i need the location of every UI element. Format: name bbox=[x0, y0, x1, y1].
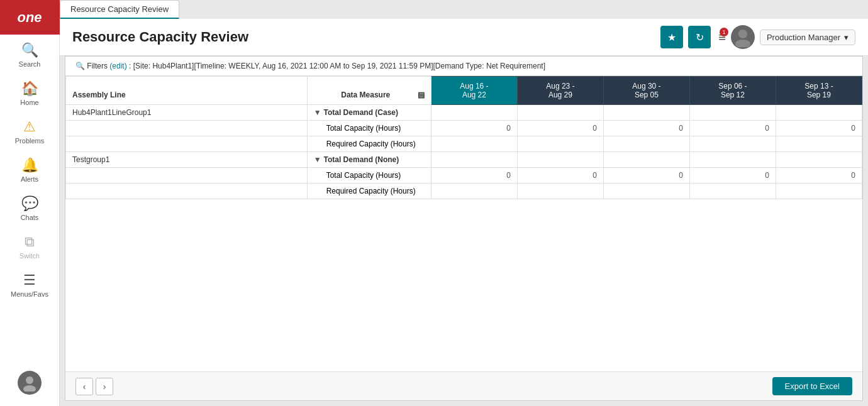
footer: ‹ › Export to Excel bbox=[65, 371, 862, 400]
week-cell bbox=[776, 152, 862, 168]
prev-icon: ‹ bbox=[83, 381, 86, 392]
menu-button[interactable]: ≡ 1 bbox=[718, 30, 726, 45]
sub-row-label: Total Capacity (Hours) bbox=[307, 168, 431, 184]
sidebar-item-switch[interactable]: ⧉ Switch bbox=[0, 226, 59, 265]
sidebar-item-home[interactable]: 🏠 Home bbox=[0, 73, 59, 111]
sidebar-item-chats[interactable]: 💬 Chats bbox=[0, 188, 59, 226]
sidebar-label-alerts: Alerts bbox=[21, 175, 38, 183]
col-header-data-measure: Data Measure ▤ bbox=[307, 77, 431, 105]
sidebar-item-menus[interactable]: ☰ Menus/Favs bbox=[0, 265, 59, 303]
value-cell bbox=[517, 136, 603, 152]
filters-edit-link[interactable]: (edit) bbox=[109, 62, 126, 70]
week-cell bbox=[517, 105, 603, 121]
filters-label: Filters bbox=[87, 62, 108, 70]
menu-badge: 1 bbox=[720, 28, 728, 36]
week-cell bbox=[517, 152, 603, 168]
column-resize-handle[interactable]: ▤ bbox=[418, 91, 425, 99]
search-icon: 🔍 bbox=[21, 42, 38, 58]
sidebar-label-menus: Menus/Favs bbox=[11, 290, 48, 298]
value-cell: 0 bbox=[689, 168, 776, 184]
favorite-button[interactable]: ★ bbox=[660, 26, 683, 48]
demand-label-cell: ▼Total Demand (None) bbox=[307, 152, 431, 168]
value-cell bbox=[431, 136, 517, 152]
export-button[interactable]: Export to Excel bbox=[772, 377, 852, 395]
tab-bar: Resource Capacity Review bbox=[60, 0, 868, 19]
main-area: Resource Capacity Review Resource Capaci… bbox=[60, 0, 868, 406]
app-logo[interactable]: one bbox=[0, 0, 60, 35]
problems-icon: ⚠ bbox=[23, 119, 36, 135]
sub-row-label: Required Capacity (Hours) bbox=[307, 184, 431, 199]
sub-row-label: Total Capacity (Hours) bbox=[307, 121, 431, 136]
user-dropdown[interactable]: Production Manager ▾ bbox=[760, 30, 855, 45]
switch-icon: ⧉ bbox=[25, 234, 35, 250]
table-container: Assembly Line Data Measure ▤ Aug 16 -Aug… bbox=[65, 76, 862, 371]
value-cell bbox=[689, 136, 776, 152]
home-icon: 🏠 bbox=[21, 80, 38, 97]
sidebar-label-switch: Switch bbox=[19, 252, 40, 260]
table-row: Required Capacity (Hours) bbox=[66, 184, 862, 199]
value-cell bbox=[517, 184, 603, 199]
week-cell bbox=[431, 152, 517, 168]
dropdown-chevron-icon: ▾ bbox=[844, 33, 849, 42]
week-cell bbox=[689, 105, 776, 121]
value-cell bbox=[776, 184, 862, 199]
value-cell: 0 bbox=[517, 168, 603, 184]
next-icon: › bbox=[103, 381, 106, 392]
pagination-controls: ‹ › bbox=[75, 378, 113, 395]
value-cell: 0 bbox=[603, 121, 689, 136]
main-content: 🔍 Filters (edit) : [Site: Hub4Plant1][Ti… bbox=[60, 56, 868, 406]
page-header: Resource Capacity Review ★ ↻ ≡ 1 Product… bbox=[60, 19, 868, 56]
header-actions: ★ ↻ ≡ 1 Production Manager ▾ bbox=[660, 25, 855, 49]
col-header-week-1: Aug 16 -Aug 22 bbox=[431, 77, 517, 105]
week-cell bbox=[776, 105, 862, 121]
value-cell: 0 bbox=[776, 168, 862, 184]
sidebar-item-problems[interactable]: ⚠ Problems bbox=[0, 111, 59, 150]
alerts-icon: 🔔 bbox=[21, 157, 38, 173]
week-cell bbox=[431, 105, 517, 121]
assembly-spacer bbox=[66, 136, 308, 152]
value-cell: 0 bbox=[603, 168, 689, 184]
refresh-button[interactable]: ↻ bbox=[688, 26, 711, 48]
sidebar: one 🔍 Search 🏠 Home ⚠ Problems 🔔 Alerts … bbox=[0, 0, 60, 406]
table-row: Testgroup1▼Total Demand (None) bbox=[66, 152, 862, 168]
value-cell bbox=[603, 136, 689, 152]
value-cell bbox=[776, 136, 862, 152]
value-cell bbox=[689, 184, 776, 199]
sidebar-user-avatar[interactable] bbox=[0, 363, 59, 400]
assembly-spacer bbox=[66, 168, 308, 184]
value-cell: 0 bbox=[431, 168, 517, 184]
tab-resource-capacity[interactable]: Resource Capacity Review bbox=[60, 0, 179, 19]
assembly-spacer bbox=[66, 184, 308, 199]
table-row: Total Capacity (Hours)00000 bbox=[66, 168, 862, 184]
chats-icon: 💬 bbox=[21, 195, 38, 212]
avatar-small bbox=[18, 371, 42, 395]
sidebar-label-home: Home bbox=[20, 99, 38, 106]
table-row: Hub4Plant1LineGroup1▼Total Demand (Case) bbox=[66, 105, 862, 121]
filters-bar: 🔍 Filters (edit) : [Site: Hub4Plant1][Ti… bbox=[65, 57, 862, 76]
demand-label-cell: ▼Total Demand (Case) bbox=[307, 105, 431, 121]
svg-point-3 bbox=[735, 40, 750, 47]
sidebar-item-alerts[interactable]: 🔔 Alerts bbox=[0, 150, 59, 188]
week-cell bbox=[603, 152, 689, 168]
sidebar-label-chats: Chats bbox=[21, 214, 39, 221]
table-body: Hub4Plant1LineGroup1▼Total Demand (Case)… bbox=[66, 105, 862, 199]
content-panel: 🔍 Filters (edit) : [Site: Hub4Plant1][Ti… bbox=[65, 56, 863, 401]
page-title: Resource Capacity Review bbox=[72, 29, 248, 45]
col-header-week-2: Aug 23 -Aug 29 bbox=[517, 77, 603, 105]
assembly-spacer bbox=[66, 121, 308, 136]
sidebar-label-search: Search bbox=[19, 60, 41, 68]
tab-label: Resource Capacity Review bbox=[70, 4, 169, 14]
sidebar-item-search[interactable]: 🔍 Search bbox=[0, 35, 59, 73]
menus-icon: ☰ bbox=[23, 272, 36, 288]
sub-row-label: Required Capacity (Hours) bbox=[307, 136, 431, 152]
col-header-week-4: Sep 06 -Sep 12 bbox=[689, 77, 776, 105]
value-cell: 0 bbox=[517, 121, 603, 136]
next-button[interactable]: › bbox=[96, 378, 113, 395]
col-header-week-3: Aug 30 -Sep 05 bbox=[603, 77, 689, 105]
col-header-week-5: Sep 13 -Sep 19 bbox=[776, 77, 862, 105]
value-cell bbox=[431, 184, 517, 199]
prev-button[interactable]: ‹ bbox=[75, 378, 93, 395]
sidebar-label-problems: Problems bbox=[15, 137, 44, 145]
refresh-icon: ↻ bbox=[696, 31, 704, 43]
col-header-assembly: Assembly Line bbox=[66, 77, 308, 105]
